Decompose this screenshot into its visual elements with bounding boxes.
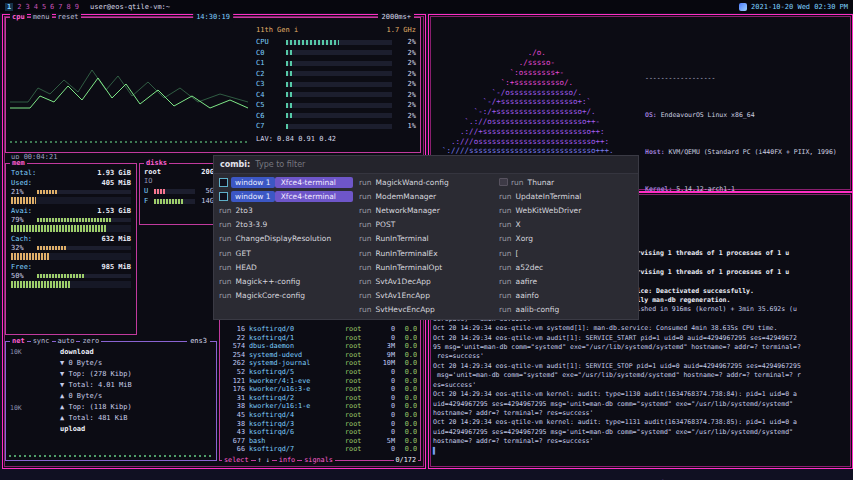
process-row[interactable]: 254 systemd-udevd root 9M 0.0 [223,351,417,360]
launcher-entry[interactable]: run RunInTerminal [356,232,496,246]
entry-mode-prefix: run [359,291,372,300]
workspace-button[interactable]: 3 [25,3,29,11]
launcher-entry[interactable]: run RunInTerminalOpt [356,260,496,274]
process-row[interactable]: 22 ksoftirqd/1 root 0 0.0 [223,334,417,343]
process-pid: 22 [223,334,245,343]
rofi-search-bar[interactable]: combi: Type to filter [214,156,638,174]
net-sync-button[interactable]: sync [31,337,52,346]
launcher-entry[interactable]: run ModemManager [356,189,496,203]
launcher-entry[interactable]: run UpdateInTerminal [496,189,636,203]
entry-mode-prefix: run [511,178,524,187]
net-activity-baseline [9,455,213,457]
signals-hint[interactable]: signals [302,456,335,465]
net-interface[interactable]: ens3 [187,337,210,346]
entry-mode-prefix: run [219,234,232,243]
net-auto-button[interactable]: auto [56,337,77,346]
process-cpu: 0.0 [395,359,417,368]
process-row[interactable]: 176 kworker/u16:3-e root 0 0.0 [223,385,417,394]
process-name: bash [249,437,345,446]
core-row: C7 1% [256,121,416,132]
launcher-entry[interactable]: run POST [356,218,496,232]
info-value: EndeavourOS Linux x86_64 [657,111,755,119]
launcher-entry[interactable]: run SvtAv1DecApp [356,274,496,288]
launcher-entry[interactable]: run NetworkManager [356,203,496,217]
process-row[interactable]: 31 ksoftirqd/2 root 0 0.0 [223,394,417,403]
entry-mode-prefix: run [219,206,232,215]
entry-name: SvtHevcEncApp [376,305,435,314]
mem-minibar [37,246,131,250]
process-pid: 43 [223,428,245,437]
process-name: ksoftirqd/0 [249,325,345,334]
launcher-entry[interactable]: run aalib-config [496,303,636,317]
process-row[interactable]: 66 ksoftirqd/7 root 0 0.0 [223,445,417,454]
entry-name: ChangeDisplayResolution [236,234,332,243]
workspace-button[interactable]: 2 [17,3,21,11]
process-row[interactable]: 52 ksoftirqd/5 root 0 0.0 [223,368,417,377]
process-row[interactable]: 677 bash root 5M 0.0 [223,437,417,446]
launcher-entry[interactable]: run 2to3-3.9 [216,218,356,232]
launcher-entry[interactable]: run Xorg [496,232,636,246]
core-row: C0 2% [256,48,416,59]
cpu-box: cpu menu reset 14:30:19 2000ms+ 11th Gen… [5,17,421,153]
info-hint[interactable]: info [277,456,297,465]
launcher-entry[interactable]: run SvtHevcEncApp [356,303,496,317]
launcher-entry[interactable]: run aainfo [496,289,636,303]
process-mem: 9M [373,351,395,360]
launcher-entry[interactable]: window 1 Xfce4-terminal [216,189,356,203]
menu-button[interactable]: menu [31,13,52,22]
process-row[interactable]: 38 ksoftirqd/3 root 0 0.0 [223,420,417,429]
download-stats: ▼ 0 Byte/s▼ Top: (278 Kibp)▼ Total: 4.01… [60,358,210,391]
launcher-entry[interactable]: run MagickCore-config [216,289,356,303]
refresh-interval[interactable]: 2000ms+ [378,13,414,22]
launcher-entry[interactable]: run aafire [496,274,636,288]
process-pid: 677 [223,437,245,446]
launcher-entry[interactable]: run RunInTerminalEx [356,246,496,260]
process-row[interactable]: 262 systemd-journal root 10M 0.0 [223,359,417,368]
info-label: OS: [645,111,657,119]
mem-stat: Avai: 1.53 GiB 79% [11,207,131,232]
workspace-button[interactable]: 8 [67,3,71,11]
process-pid: 31 [223,394,245,403]
launcher-entry[interactable]: run [ [496,246,636,260]
launcher-entry[interactable]: run X [496,218,636,232]
process-row[interactable]: 16 ksoftirqd/0 root 0 0.0 [223,325,417,334]
workspace-button[interactable]: 1 [5,3,13,11]
launcher-entry[interactable]: run 2to3 [216,203,356,217]
launcher-entry[interactable]: run WebKitWebDriver [496,203,636,217]
process-row[interactable]: 574 dbus-daemon root 3M 0.0 [223,342,417,351]
process-mem: 0 [373,420,395,429]
rofi-filter-input[interactable]: Type to filter [255,160,305,169]
launcher-entry[interactable]: run GET [216,246,356,260]
systray-network-icon[interactable] [739,3,747,11]
workspace-button[interactable]: 6 [50,3,54,11]
arrow-keys-hint: ↑ ↓ [256,456,272,465]
launcher-entry[interactable]: run ChangeDisplayResolution [216,232,356,246]
workspace-button[interactable]: 5 [42,3,46,11]
launcher-entry[interactable]: window 1 Xfce4-terminal [216,175,356,189]
launcher-entry[interactable]: run Magick++-config [216,274,356,288]
launcher-entry[interactable]: run SvtAv1EncApp [356,289,496,303]
launcher-entry[interactable]: run Thunar [496,175,636,189]
workspace-button[interactable]: 7 [58,3,62,11]
process-row[interactable]: 38 kworker/u16:1-e root 0 0.0 [223,402,417,411]
select-hint[interactable]: select [222,456,251,465]
core-list: CPU 2% C0 2% C1 [256,37,416,132]
entry-mode-prefix: run [359,234,372,243]
workspace-button[interactable]: 9 [75,3,79,11]
ascii-line: `:osssssss+- [433,68,645,78]
process-row[interactable]: 43 ksoftirqd/6 root 0 0.0 [223,428,417,437]
launcher-entry[interactable]: run HEAD [216,260,356,274]
process-row[interactable]: 121 kworker/4:1-eve root 0 0.0 [223,377,417,386]
launcher-entry[interactable]: run MagickWand-config [356,175,496,189]
workspace-button[interactable]: 4 [34,3,38,11]
process-mem: 0 [373,325,395,334]
core-row: C5 2% [256,100,416,111]
entry-mode-prefix: run [219,249,232,258]
net-zero-button[interactable]: zero [80,337,101,346]
reset-button[interactable]: reset [56,13,81,22]
upload-stat-line: ▲ Total: 481 KiB [60,413,210,424]
process-row[interactable]: 45 ksoftirqd/4 root 0 0.0 [223,411,417,420]
launcher-entry[interactable]: run a52dec [496,260,636,274]
process-mem: 10M [373,359,395,368]
process-name: dbus-daemon [249,342,345,351]
